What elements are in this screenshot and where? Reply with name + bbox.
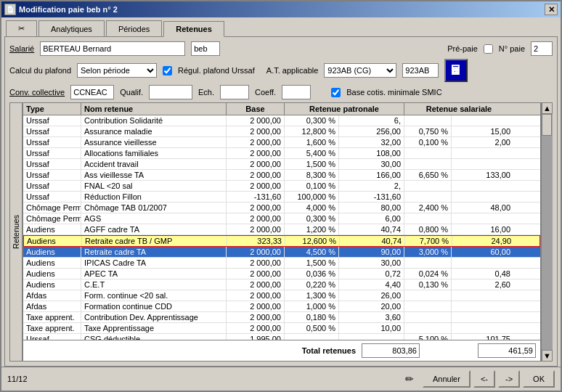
tab-analytiques[interactable]: Analytiques (38, 20, 105, 36)
table-row[interactable]: Urssaf Contribution Solidarité 2 000,00 … (23, 115, 540, 126)
table-row[interactable]: Audiens APEC TA 2 000,00 0,036 % 0,72 0,… (23, 269, 540, 279)
ok-button[interactable]: OK (523, 370, 555, 388)
tab-periodes[interactable]: Périodes (106, 20, 162, 36)
tab-tools[interactable]: ✂ (6, 20, 37, 36)
cell-base: 2 000,00 (227, 137, 285, 147)
cell-sal-val: 16,00 (452, 224, 513, 234)
cell-base: 2 000,00 (227, 203, 285, 213)
prev-button[interactable]: <- (473, 370, 495, 388)
cell-base: 2 000,00 (227, 258, 285, 268)
cell-nom: Allocations familiales (81, 148, 227, 158)
table-row[interactable]: Chômage Perm. Chômage TAB 01/2007 2 000,… (23, 203, 540, 213)
table-row[interactable]: Urssaf FNAL <20 sal 2 000,00 0,100 % 2, (23, 181, 540, 192)
ech-input[interactable] (220, 85, 249, 99)
salarie-code-input[interactable] (191, 41, 220, 56)
cell-pat-val: 90,00 (339, 247, 404, 257)
table-row[interactable]: Taxe apprent. Contribution Dev. Apprenti… (23, 312, 540, 323)
at-code-input[interactable] (402, 63, 439, 78)
table-row[interactable]: Audiens C.E.T 2 000,00 0,220 % 4,40 0,13… (23, 279, 540, 290)
cell-sal-val (452, 290, 513, 301)
cell-nom: Taxe Apprentissage (81, 323, 227, 333)
cell-pat-val: 108,00 (339, 148, 404, 158)
cell-pat-pct: 0,036 % (285, 269, 339, 279)
table-body: Urssaf Contribution Solidarité 2 000,00 … (23, 115, 540, 340)
salarie-name-input[interactable] (40, 41, 185, 56)
cell-sal-val: 24,90 (452, 236, 514, 246)
cell-type: Taxe apprent. (23, 312, 81, 322)
cell-nom: FNAL <20 sal (81, 181, 227, 191)
qualif-input[interactable] (149, 85, 192, 99)
scroll-up-button[interactable]: ▲ (542, 102, 553, 114)
cell-pat-val: 40,74 (339, 224, 404, 234)
table-row[interactable]: Urssaf Accident travail 2 000,00 1,500 %… (23, 159, 540, 170)
cell-nom: Chômage TAB 01/2007 (81, 203, 227, 213)
cell-pat-val: 10,00 (339, 323, 404, 333)
calcul-select[interactable]: Selon période (77, 63, 157, 78)
cell-nom: AGS (81, 213, 227, 224)
scroll-thumb[interactable] (542, 114, 552, 136)
table-row[interactable]: Urssaf CSG déductible 1 995,00 5,100 % 1… (23, 334, 540, 340)
regul-label: Régul. plafond Urssaf (178, 66, 255, 75)
cell-pat-pct: 100,000 % (285, 192, 339, 202)
coeff-input[interactable] (282, 85, 311, 99)
cell-pat-pct: 8,300 % (285, 170, 339, 180)
cell-pat-val: 3,60 (339, 312, 404, 322)
at-select[interactable]: 923AB (CG) (324, 63, 396, 78)
cell-base: 2 000,00 (227, 159, 285, 169)
base-cotis-label: Base cotis. minimale SMIC (346, 88, 441, 97)
table-row[interactable]: Audiens IPICAS Cadre TA 2 000,00 1,500 %… (23, 258, 540, 269)
nopaie-input[interactable] (531, 41, 553, 56)
table-row[interactable]: Urssaf Ass vieillesse TA 2 000,00 8,300 … (23, 170, 540, 181)
cell-sal-pct (404, 181, 452, 191)
calc-button[interactable]: 🖩 (444, 59, 468, 82)
total-pat-input (362, 343, 420, 358)
table-row[interactable]: Urssaf Assurance vieillesse 2 000,00 1,6… (23, 137, 540, 148)
annuler-button[interactable]: Annuler (423, 370, 471, 388)
total-sal-input (478, 343, 536, 358)
cell-pat-val: 0,72 (339, 269, 404, 279)
cell-pat-pct: 1,500 % (285, 159, 339, 169)
cell-pat-pct: 0,300 % (285, 213, 339, 224)
table-row[interactable]: Audiens Retraite cadre TB / GMP 323,33 1… (23, 235, 540, 247)
side-label: Retenues (9, 102, 23, 362)
cell-type: Urssaf (23, 192, 81, 202)
regul-checkbox[interactable] (163, 66, 172, 75)
cell-type: Chômage Perm. (23, 213, 81, 224)
scroll-track[interactable] (542, 114, 553, 350)
tab-analytiques-label: Analytiques (51, 25, 92, 33)
title-bar: 📄 Modification paie beb n° 2 ✕ (1, 1, 561, 17)
table-row[interactable]: Audiens Retraite cadre TA 2 000,00 4,500… (23, 247, 540, 258)
cell-sal-val (452, 213, 513, 224)
cell-sal-pct: 2,400 % (404, 203, 452, 213)
table-row[interactable]: Afdas Formation continue CDD 2 000,00 1,… (23, 301, 540, 312)
prepaid-checkbox[interactable] (484, 44, 493, 54)
cell-sal-pct (404, 258, 452, 268)
conv-input[interactable] (70, 85, 114, 99)
cell-sal-val (452, 148, 513, 158)
next-button[interactable]: -> (498, 370, 520, 388)
cell-sal-pct: 0,800 % (404, 224, 452, 234)
scroll-down-button[interactable]: ▼ (542, 350, 553, 362)
pencil-icon: ✏ (405, 373, 414, 385)
cell-type: Urssaf (23, 159, 81, 169)
at-label: A.T. applicable (266, 66, 319, 75)
cell-nom: Retraite cadre TB / GMP (82, 236, 227, 246)
table-row[interactable]: Taxe apprent. Taxe Apprentissage 2 000,0… (23, 323, 540, 334)
tab-retenues[interactable]: Retenues (163, 21, 224, 37)
cell-base: 2 000,00 (227, 170, 285, 180)
table-row[interactable]: Chômage Perm. AGS 2 000,00 0,300 % 6,00 (23, 213, 540, 224)
table-row[interactable]: Urssaf Allocations familiales 2 000,00 5… (23, 148, 540, 159)
table-row[interactable]: Audiens AGFF cadre TA 2 000,00 1,200 % 4… (23, 224, 540, 235)
cell-sal-pct: 0,100 % (404, 137, 452, 147)
calcul-row: Calcul du plafond Selon période Régul. p… (9, 59, 553, 82)
cell-pat-val: 30,00 (339, 258, 404, 268)
salarie-label: Salarié (9, 44, 34, 53)
close-button[interactable]: ✕ (545, 4, 558, 15)
cell-pat-val: 6, (339, 115, 404, 126)
base-cotis-checkbox[interactable] (331, 88, 341, 97)
table-row[interactable]: Urssaf Assurance maladie 2 000,00 12,800… (23, 126, 540, 137)
table-row[interactable]: Afdas Form. continue <20 sal. 2 000,00 1… (23, 290, 540, 301)
ech-label: Ech. (198, 88, 214, 97)
cell-sal-val (452, 323, 513, 333)
table-row[interactable]: Urssaf Réduction Fillon -131,60 100,000 … (23, 192, 540, 203)
